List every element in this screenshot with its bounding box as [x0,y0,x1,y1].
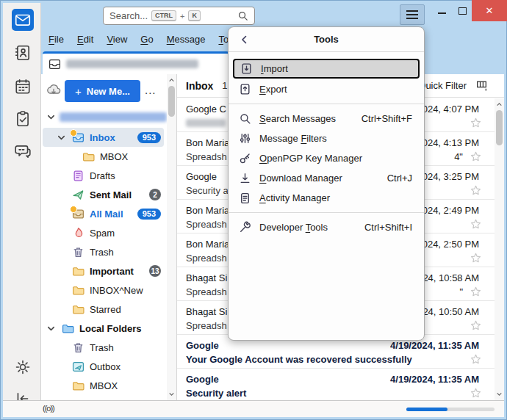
scroll-down-icon[interactable] [495,389,504,399]
activity-icon [239,192,251,204]
tasks-icon[interactable] [13,109,32,128]
message-sender: Google C [186,104,226,115]
redacted-account-name [60,112,167,122]
scroll-down-icon[interactable] [167,389,176,399]
ctrl-keycap: CTRL [151,10,176,21]
minimize-button[interactable] [431,0,453,21]
maximize-button[interactable] [451,0,473,21]
spaces-toolbar [3,3,41,400]
menu-item-label: Import [261,63,288,74]
menu-item-export[interactable]: Export [229,79,424,99]
new-message-label: New Me... [87,86,130,97]
folder-pane-scrollbar[interactable] [167,74,176,400]
mail-space-icon[interactable] [12,9,34,31]
menu-item-message-filters[interactable]: Message Filters [229,128,424,148]
filters-icon [239,132,251,145]
unread-count-badge: 953 [137,132,161,143]
folder-row-all-mail[interactable]: All Mail953 [43,204,164,223]
global-search-input[interactable]: Search... CTRL + K [103,7,255,25]
cloud-download-icon[interactable] [46,82,62,98]
message-sender: Bhagat Si [186,306,227,317]
pane-title: Inbox [186,80,213,92]
star-icon[interactable] [470,252,482,264]
star-icon[interactable] [470,117,482,129]
menubar-item-view[interactable]: View [101,34,133,48]
scroll-up-icon[interactable] [167,76,176,85]
menu-item-openpgp-key-manager[interactable]: OpenPGP Key Manager [229,148,424,168]
folder-row-starred[interactable]: Starred [43,300,164,319]
new-message-button[interactable]: + New Me... [65,80,140,102]
plus-icon: + [75,85,82,98]
star-icon[interactable] [470,286,482,298]
folder-row-inbox[interactable]: Inbox953 [43,128,164,147]
folder-row-sent-mail[interactable]: Sent Mail2 [43,185,164,204]
chevron-down-icon[interactable] [46,323,57,334]
folder-label: INBOX^New [90,285,143,296]
folder-label: Sent Mail [90,189,132,200]
quick-filter-label[interactable]: Quick Filter [418,80,467,91]
message-list-scrollbar[interactable] [495,98,504,400]
star-icon[interactable] [470,387,482,399]
menu-item-import[interactable]: Import [233,59,420,79]
menu-item-download-manager[interactable]: Download ManagerCtrl+J [229,168,424,188]
settings-gear-icon[interactable] [13,358,32,377]
network-status-icon: ((o)) [43,404,54,413]
folder-row-trash[interactable]: Trash [43,242,164,261]
display-options-icon[interactable] [475,79,488,92]
menu-item-shortcut: Ctrl+J [387,173,412,184]
inbox-tab-icon [48,58,61,70]
folder-row-mbox[interactable]: MBOX [43,147,164,166]
star-icon[interactable] [470,353,482,366]
menu-item-search-messages[interactable]: Search MessagesCtrl+Shift+F [229,109,424,128]
calendar-icon[interactable] [13,77,32,96]
message-sender: Google [186,340,219,351]
chat-icon[interactable] [13,142,32,161]
menubar-item-file[interactable]: File [43,34,70,48]
menubar-item-go[interactable]: Go [134,34,159,48]
menu-item-activity-manager[interactable]: Activity Manager [229,188,424,208]
folder-row-inbox-new[interactable]: INBOX^New [43,280,164,300]
menu-separator [229,212,424,213]
chevron-down-icon[interactable] [46,112,57,123]
folder-row-local-mbox[interactable]: MBOX [43,376,164,395]
folder-pane: + New Me... ... Inbox953MBOXDraftsSent M… [41,74,176,400]
folder-row-outbox[interactable]: Outbox [43,357,164,376]
star-icon[interactable] [470,184,482,197]
message-sender: Bon Maria [186,205,229,216]
account-row[interactable] [41,109,176,125]
star-icon[interactable] [470,319,482,332]
redacted-subject [186,119,226,127]
folder-label: MBOX [90,380,118,391]
close-button[interactable]: ✕ [472,0,507,21]
more-options-button[interactable]: ... [145,84,157,96]
search-icon [239,112,251,125]
folder-row-local-folders[interactable]: Local Folders [43,319,164,338]
scrollbar-thumb[interactable] [496,110,503,145]
folder-row-local-trash[interactable]: Trash [43,338,164,357]
folder-yellow-icon [72,284,84,297]
address-book-icon[interactable] [13,43,32,62]
menubar-item-message[interactable]: Message [161,34,212,48]
menu-item-label: Developer Tools [259,222,328,233]
message-subject: Spreadsh [186,219,227,230]
star-icon[interactable] [470,218,482,231]
folder-row-important[interactable]: Important13 [43,261,164,280]
app-menu-button[interactable] [400,4,425,25]
menubar-item-edit[interactable]: Edit [71,34,99,48]
scroll-up-icon[interactable] [495,100,504,109]
scrollbar-thumb[interactable] [168,86,175,117]
message-row[interactable]: Google4/19/2024, 11:35 AMSecurity alert [177,369,504,400]
chevron-down-icon[interactable] [56,132,67,143]
folder-tree: Inbox953MBOXDraftsSent Mail2All Mail953S… [41,128,167,395]
star-icon[interactable] [470,151,482,163]
folder-row-drafts[interactable]: Drafts [43,166,164,185]
download-icon [239,172,251,184]
menu-item-developer-tools[interactable]: Developer ToolsCtrl+Shift+I [229,217,424,237]
menu-item-label: Download Manager [259,173,342,184]
back-icon[interactable] [239,34,251,46]
tab-inbox[interactable] [43,51,229,74]
menu-item-label: OpenPGP Key Manager [259,153,362,164]
app-menu-items: ImportExportSearch MessagesCtrl+Shift+FM… [229,52,424,237]
folder-row-spam[interactable]: Spam [43,223,164,242]
app-menu-popup: Tools ImportExportSearch MessagesCtrl+Sh… [228,26,425,341]
